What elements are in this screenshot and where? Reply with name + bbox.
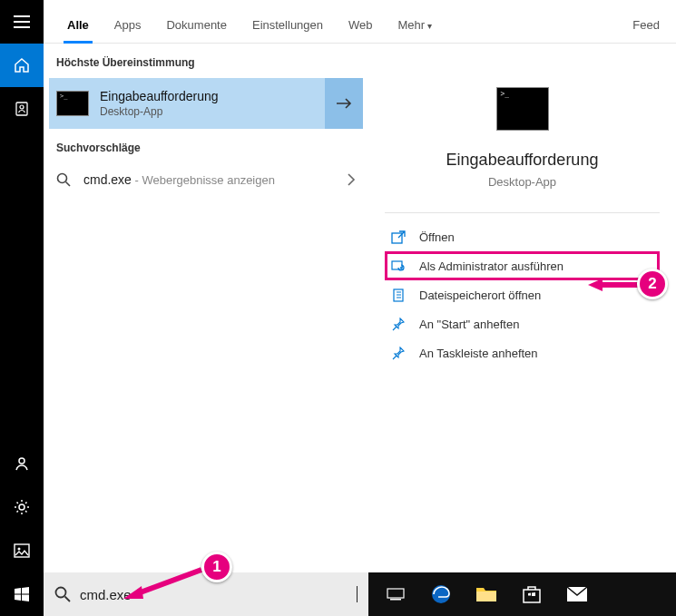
tab-web[interactable]: Web xyxy=(336,18,386,43)
tab-apps[interactable]: Apps xyxy=(102,18,154,43)
chevron-down-icon: ▾ xyxy=(427,21,432,31)
mail-icon xyxy=(566,586,588,602)
action-label: Öffnen xyxy=(419,230,455,244)
action-label: Dateispeicherort öffnen xyxy=(419,288,541,302)
callout-1: 1 xyxy=(201,552,232,582)
best-match-title: Eingabeaufforderung xyxy=(100,89,325,103)
action-label: Als Administrator ausführen xyxy=(419,259,563,273)
detail-panel: Eingabeaufforderung Desktop-App Öffnen A… xyxy=(368,44,676,572)
rail-hamburger[interactable] xyxy=(0,0,44,44)
cmd-icon xyxy=(56,91,89,116)
action-pin-taskbar[interactable]: An Taskleiste anheften xyxy=(385,338,660,367)
svg-rect-14 xyxy=(476,592,496,601)
svg-line-17 xyxy=(138,570,201,593)
rail-start[interactable] xyxy=(0,572,44,616)
action-pin-start[interactable]: An "Start" anheften xyxy=(385,309,660,338)
svg-point-3 xyxy=(19,504,24,510)
rail-image[interactable] xyxy=(0,529,44,572)
section-best-match: Höchste Übereinstimmung xyxy=(44,44,368,78)
rail-settings[interactable] xyxy=(0,485,44,529)
chevron-right-icon xyxy=(347,173,356,186)
detail-title: Eingabeaufforderung xyxy=(385,151,660,170)
open-icon xyxy=(390,230,407,244)
svg-rect-12 xyxy=(390,599,401,601)
results-panel: Höchste Übereinstimmung Eingabeaufforder… xyxy=(44,44,368,572)
cmd-icon xyxy=(496,87,549,131)
svg-point-13 xyxy=(432,585,450,603)
pin-icon xyxy=(390,317,407,331)
tab-documents[interactable]: Dokumente xyxy=(153,18,239,43)
start-rail xyxy=(0,0,44,616)
svg-point-1 xyxy=(20,105,24,109)
best-match-subtitle: Desktop-App xyxy=(100,105,325,118)
svg-point-2 xyxy=(19,458,24,464)
folder-icon xyxy=(390,288,407,302)
tab-all[interactable]: Alle xyxy=(54,18,102,43)
action-label: An Taskleiste anheften xyxy=(419,347,538,360)
action-label: An "Start" anheften xyxy=(419,318,519,331)
best-match-expand-icon[interactable] xyxy=(325,78,363,129)
account-icon xyxy=(14,455,30,472)
svg-point-10 xyxy=(56,588,66,598)
taskbar xyxy=(368,572,676,616)
arrow-annotation-1 xyxy=(122,566,205,601)
svg-rect-8 xyxy=(392,261,402,269)
folder-icon xyxy=(475,585,497,603)
svg-point-5 xyxy=(18,548,21,551)
store-icon xyxy=(522,584,542,604)
arrow-annotation-2 xyxy=(588,277,641,293)
text-caret xyxy=(357,586,358,602)
gear-icon xyxy=(13,498,31,516)
svg-marker-18 xyxy=(123,586,143,599)
windows-icon xyxy=(15,587,29,601)
pin-icon xyxy=(390,346,407,360)
search-bar[interactable] xyxy=(44,572,368,616)
taskbar-taskview[interactable] xyxy=(376,576,416,612)
taskbar-mail[interactable] xyxy=(557,576,597,612)
taskview-icon xyxy=(387,587,405,601)
best-match-item[interactable]: Eingabeaufforderung Desktop-App xyxy=(49,78,363,129)
search-icon xyxy=(54,586,71,602)
svg-rect-7 xyxy=(392,233,402,243)
section-suggestions: Suchvorschläge xyxy=(44,129,368,163)
rail-contacts[interactable] xyxy=(0,87,44,131)
hamburger-icon xyxy=(14,15,30,28)
action-open[interactable]: Öffnen xyxy=(385,222,660,251)
detail-subtitle: Desktop-App xyxy=(385,175,660,189)
svg-point-6 xyxy=(58,174,67,183)
rail-account[interactable] xyxy=(0,442,44,485)
tab-feedback[interactable]: Feed xyxy=(629,18,665,43)
rail-home[interactable] xyxy=(0,44,44,87)
suggestion-text: cmd.exe - Webergebnisse anzeigen xyxy=(83,172,347,187)
svg-marker-20 xyxy=(588,279,603,291)
tab-more[interactable]: Mehr▾ xyxy=(386,18,446,43)
search-icon xyxy=(56,172,71,187)
admin-icon xyxy=(390,259,407,273)
suggestion-item[interactable]: cmd.exe - Webergebnisse anzeigen xyxy=(44,163,368,196)
taskbar-store[interactable] xyxy=(512,576,552,612)
picture-icon xyxy=(14,543,30,558)
tab-settings[interactable]: Einstellungen xyxy=(240,18,336,43)
separator xyxy=(385,212,660,213)
taskbar-edge[interactable] xyxy=(421,576,461,612)
contacts-icon xyxy=(14,101,30,117)
taskbar-explorer[interactable] xyxy=(466,576,506,612)
svg-rect-11 xyxy=(387,589,404,598)
home-icon xyxy=(14,57,30,73)
search-tabs: Alle Apps Dokumente Einstellungen Web Me… xyxy=(44,0,676,44)
edge-icon xyxy=(430,583,452,605)
callout-2: 2 xyxy=(637,269,668,299)
